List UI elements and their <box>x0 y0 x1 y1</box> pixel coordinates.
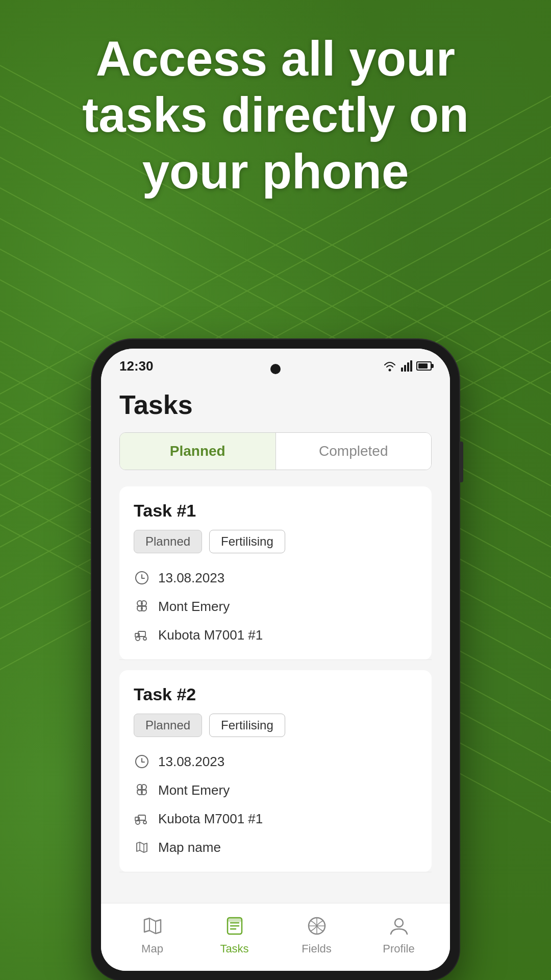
task-1-equipment-row: Kubota M7001 #1 <box>134 621 417 649</box>
nav-label-fields: Fields <box>302 942 332 955</box>
phone-shell: 12:30 <box>92 339 459 980</box>
phone-mockup: 12:30 <box>92 339 459 980</box>
task-1-date: 13.08.2023 <box>158 570 224 586</box>
tasks-nav-icon <box>222 914 247 938</box>
task-1-header: Task #1 Planned Fertilising <box>119 501 432 553</box>
task-2-location: Mont Emery <box>158 782 230 798</box>
clock-icon-2 <box>134 753 150 770</box>
status-bar: 12:30 <box>101 349 450 379</box>
svg-rect-31 <box>410 360 412 372</box>
task-2-header: Task #2 Planned Fertilising <box>119 684 432 737</box>
nav-item-fields[interactable]: Fields <box>276 914 358 955</box>
task-2-equipment: Kubota M7001 #1 <box>158 811 263 827</box>
hero-section: Access all your tasks directly on your p… <box>0 31 551 200</box>
task-1-title: Task #1 <box>134 501 417 521</box>
svg-rect-29 <box>404 365 406 372</box>
task-1-tag-status: Planned <box>134 530 202 553</box>
nav-item-map[interactable]: Map <box>111 914 193 955</box>
tab-completed[interactable]: Completed <box>276 433 432 470</box>
nav-item-profile[interactable]: Profile <box>358 914 440 955</box>
task-1-date-row: 13.08.2023 <box>134 564 417 592</box>
nav-item-tasks[interactable]: Tasks <box>193 914 276 955</box>
nav-label-profile: Profile <box>383 942 414 955</box>
tractor-icon <box>134 627 150 643</box>
bottom-nav: Map Tasks <box>101 903 450 971</box>
hero-title: Access all your tasks directly on your p… <box>0 31 551 200</box>
task-1-location-row: Mont Emery <box>134 592 417 621</box>
task-2-tags: Planned Fertilising <box>134 714 417 737</box>
app-content: Tasks Planned Completed Task #1 Pla <box>101 379 450 872</box>
task-1-equipment: Kubota M7001 #1 <box>158 627 263 643</box>
svg-point-27 <box>389 369 391 372</box>
task-2-date: 13.08.2023 <box>158 754 224 770</box>
profile-nav-icon <box>387 914 411 938</box>
location-icon-2 <box>134 782 150 798</box>
phone-side-button <box>459 442 463 482</box>
task-2-divider <box>119 872 432 872</box>
status-icons <box>383 360 432 372</box>
svg-rect-30 <box>407 362 409 372</box>
page-title: Tasks <box>119 389 432 420</box>
phone-screen: 12:30 <box>101 349 450 971</box>
task-1-location: Mont Emery <box>158 599 230 615</box>
map-nav-icon <box>140 914 165 938</box>
camera-dot <box>270 364 281 374</box>
task-2-info: 13.08.2023 <box>119 747 432 862</box>
task-card-1[interactable]: Task #1 Planned Fertilising <box>119 486 432 660</box>
svg-point-40 <box>143 637 146 640</box>
content-spacer <box>101 883 450 903</box>
signal-icon <box>401 360 412 372</box>
nav-label-map: Map <box>141 942 163 955</box>
task-2-equipment-row: Kubota M7001 #1 <box>134 804 417 833</box>
clock-icon <box>134 570 150 586</box>
status-time: 12:30 <box>119 358 154 374</box>
wifi-icon <box>383 360 397 372</box>
task-2-location-row: Mont Emery <box>134 776 417 804</box>
svg-point-54 <box>395 919 403 927</box>
task-2-map: Map name <box>158 840 221 855</box>
task-2-date-row: 13.08.2023 <box>134 747 417 776</box>
location-icon <box>134 598 150 615</box>
tractor-icon-2 <box>134 811 150 827</box>
map-icon <box>134 839 150 855</box>
task-2-map-row: Map name <box>134 833 417 862</box>
task-2-tag-type: Fertilising <box>209 714 285 737</box>
task-card-2[interactable]: Task #2 Planned Fertilising <box>119 670 432 872</box>
task-1-divider <box>119 659 432 660</box>
svg-point-50 <box>143 821 146 824</box>
nav-label-tasks: Tasks <box>220 942 248 955</box>
svg-rect-52 <box>228 918 242 922</box>
task-2-tag-status: Planned <box>134 714 202 737</box>
battery-icon <box>416 361 432 371</box>
tab-switcher[interactable]: Planned Completed <box>119 432 432 470</box>
tab-planned[interactable]: Planned <box>120 433 276 470</box>
task-1-tags: Planned Fertilising <box>134 530 417 553</box>
task-1-info: 13.08.2023 <box>119 564 432 649</box>
fields-nav-icon <box>305 914 329 938</box>
task-1-tag-type: Fertilising <box>209 530 285 553</box>
task-2-title: Task #2 <box>134 684 417 704</box>
svg-rect-28 <box>401 368 403 372</box>
